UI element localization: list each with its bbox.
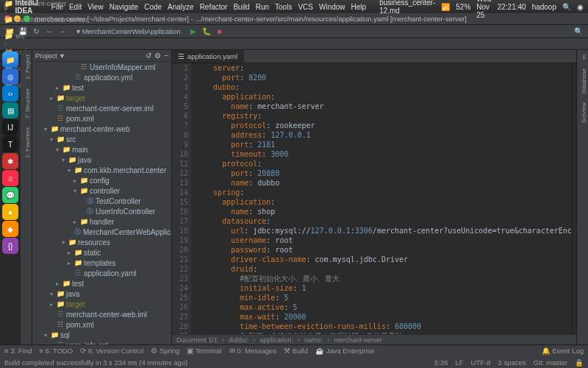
indent-setting[interactable]: 2 spaces [498, 358, 526, 367]
structure-tool-tab[interactable]: 7: Structure [21, 84, 32, 123]
tree-item[interactable]: ⓈUserInfoController [32, 206, 171, 216]
dock-app[interactable]: ▤ [2, 102, 18, 118]
left-tool-tabs[interactable]: 1: Project 7: Structure 2: Favorites [21, 50, 32, 344]
tree-item[interactable]: ▸📁config [32, 175, 171, 185]
bottom-tool-button[interactable]: ☕ Java Enterprise [315, 347, 375, 355]
editor-crumb-item[interactable]: dubbo: [229, 336, 249, 344]
tree-item[interactable]: ☷pom.xml [32, 319, 171, 330]
breadcrumb-item[interactable]: 📁merchant-center-server [4, 15, 88, 24]
maven-tool-tab[interactable]: m [577, 50, 588, 64]
editor-tabs[interactable]: ☰ application.yaml [172, 50, 576, 63]
editor-crumb-item[interactable]: name: [304, 336, 323, 344]
tree-item[interactable]: ▾📁com.kkb.merchant.center [32, 165, 171, 175]
bottom-tool-button[interactable]: ⚒ Build [284, 347, 308, 355]
right-tool-tabs[interactable]: m Database SciView [576, 50, 588, 344]
tree-item[interactable]: ☰application.yaml [32, 268, 171, 278]
dock-terminal[interactable]: T [2, 136, 18, 152]
tree-item[interactable]: ▾📁java [32, 289, 171, 299]
search-icon[interactable]: 🔍 [562, 3, 571, 11]
tree-item[interactable]: ☰merchant-center-web.iml [32, 309, 171, 319]
mac-menu-item[interactable]: VCS [298, 3, 313, 11]
file-encoding[interactable]: UTF-8 [471, 358, 491, 367]
tree-item[interactable]: ▸📁test [32, 82, 171, 93]
editor-breadcrumbs[interactable]: Document 1/1 › dubbo: › application: › n… [172, 334, 576, 344]
tree-item[interactable]: ▸📁templates [32, 258, 171, 268]
project-panel-header[interactable]: Project ▾ ↺ ⚙ − [32, 50, 171, 62]
collapse-icon[interactable]: ↺ [146, 52, 151, 60]
tree-item[interactable]: ▾📁main [32, 144, 171, 155]
mac-menu-item[interactable]: Tools [275, 3, 292, 11]
mac-menu-item[interactable]: Navigate [110, 3, 138, 11]
search-everywhere-icon[interactable]: 🔍 [573, 26, 584, 37]
tree-item[interactable]: ☰application.yml [32, 72, 171, 82]
dock-safari[interactable]: ◎ [2, 68, 18, 85]
wifi-icon[interactable]: 📶 [441, 3, 450, 11]
run-config-selector[interactable]: ▾ MerchantCenterWebApplication [76, 27, 181, 35]
bottom-tool-button[interactable]: ≡ 6: TODO [39, 347, 73, 355]
breadcrumb-item[interactable]: 📁merchant-center [4, 0, 88, 7]
dock-vscode[interactable]: ‹› [2, 85, 18, 102]
dock-music[interactable]: ♫ [2, 170, 18, 186]
debug-icon[interactable]: 🐛 [201, 26, 212, 37]
mac-menu-item[interactable]: Help [351, 3, 367, 11]
bottom-tool-button[interactable]: ▣ Terminal [187, 347, 221, 355]
database-tool-tab[interactable]: Database [577, 64, 588, 98]
tree-item[interactable]: ⓈTestController [32, 196, 171, 206]
tree-item[interactable]: ▾📁java [32, 155, 171, 165]
tree-item[interactable]: ▸📁target [32, 93, 171, 103]
editor-crumb-item[interactable]: merchant-server [334, 336, 382, 344]
mac-menubar[interactable]:  IntelliJ IDEA FileEditViewNavigateCode… [0, 0, 588, 13]
line-separator[interactable]: LF [456, 358, 464, 367]
tree-item[interactable]: ▾📁src [32, 134, 171, 144]
run-icon[interactable]: ▶ [188, 26, 198, 37]
tree-item[interactable]: ▾📁merchant-center-web [32, 124, 171, 134]
dock-intellij[interactable]: IJ [2, 119, 18, 135]
tree-item[interactable]: ▸📁static [32, 247, 171, 258]
mac-menu-item[interactable]: Refactor [200, 3, 228, 11]
tree-item[interactable]: ☷UserInfoMapper.xml [32, 62, 171, 72]
lock-icon[interactable]: 🔒 [575, 358, 584, 367]
project-tree[interactable]: ☷UserInfoMapper.xml☰application.yml▸📁tes… [32, 62, 171, 344]
main-toolbar[interactable]: 📁 💾 ↻ ← → ▾ MerchantCenterWebApplication… [0, 25, 588, 38]
code-editor[interactable]: 1234567891011121314151617181920212223242… [172, 63, 576, 334]
mac-menu-item[interactable]: Window [319, 3, 345, 11]
bottom-tool-tabs[interactable]: ≡ 3: Find≡ 6: TODO⟳ 9: Version Control⚙ … [0, 344, 588, 356]
navigation-bar[interactable]: 📁merchant-center › 📁merchant-center-serv… [0, 38, 588, 50]
mac-menu-item[interactable]: Run [256, 3, 269, 11]
siri-icon[interactable]: ◉ [577, 3, 584, 11]
bottom-tool-button[interactable]: ⚙ Spring [151, 347, 179, 355]
tree-item[interactable]: ▸📁target [32, 299, 171, 309]
event-log-button[interactable]: 🔔 Event Log [542, 347, 584, 355]
mac-menu-item[interactable]: View [87, 3, 104, 11]
bottom-tool-button[interactable]: ≡ 3: Find [4, 347, 32, 355]
tree-item[interactable]: ▾📁controller [32, 185, 171, 196]
stop-icon[interactable]: ■ [215, 26, 225, 37]
mac-menu-item[interactable]: Build [233, 3, 249, 11]
dock-chrome[interactable]: ● [2, 204, 18, 220]
bottom-tool-button[interactable]: ✉ 0: Messages [229, 347, 277, 355]
scikit-tool-tab[interactable]: SciView [577, 98, 588, 127]
tree-item[interactable]: ▸📁handler [32, 216, 171, 227]
breadcrumb-item[interactable]: 📁src [4, 32, 88, 40]
caret-position[interactable]: 5:26 [434, 358, 448, 367]
mac-menu-item[interactable]: Code [144, 3, 162, 11]
favorites-tool-tab[interactable]: 2: Favorites [21, 123, 32, 163]
dock-app[interactable]: {} [2, 238, 18, 254]
bottom-tool-button[interactable]: ⟳ 9: Version Control [80, 347, 143, 355]
dock-finder[interactable]: 📁 [2, 52, 18, 68]
tree-item[interactable]: ☰user_info.sql [32, 340, 171, 344]
project-tool-tab[interactable]: 1: Project [21, 50, 32, 84]
hide-icon[interactable]: − [164, 52, 168, 60]
dock-app[interactable]: ✱ [2, 153, 18, 169]
menubar-user[interactable]: hadoop [532, 3, 556, 11]
tree-item[interactable]: ☰merchant-center-server.iml [32, 103, 171, 113]
dock-wechat[interactable]: 💬 [2, 187, 18, 203]
editor-tab[interactable]: ☰ application.yaml [172, 50, 244, 63]
settings-icon[interactable]: ⚙ [154, 52, 161, 60]
tree-item[interactable]: ▾📁resources [32, 237, 171, 247]
git-branch[interactable]: Git: master [534, 358, 567, 367]
editor-crumb-item[interactable]: Document 1/1 [176, 336, 218, 344]
tree-item[interactable]: ⓈMerchantCenterWebApplication [32, 227, 171, 237]
mac-menu-item[interactable]: Analyze [168, 3, 194, 11]
tree-item[interactable]: ▾📁sql [32, 330, 171, 340]
